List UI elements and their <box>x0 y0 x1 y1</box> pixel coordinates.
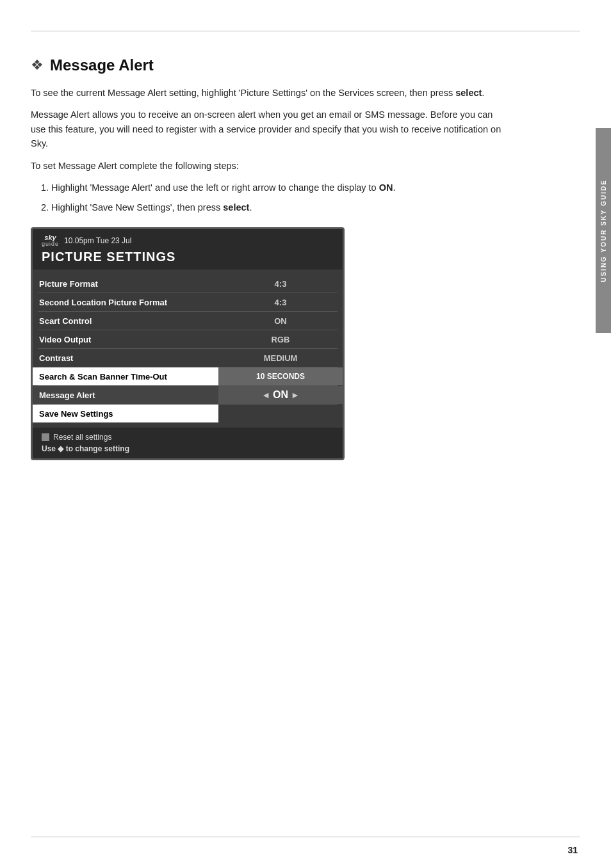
tv-time: 10.05pm Tue 23 Jul <box>64 236 131 245</box>
tv-row-value <box>218 405 343 422</box>
tv-header: sky guide 10.05pm Tue 23 Jul PICTURE SET… <box>33 229 343 269</box>
side-tab-label: USING YOUR SKY GUIDE <box>600 179 607 282</box>
tv-title-bar: PICTURE SETTINGS <box>42 248 334 267</box>
section-title: Message Alert <box>50 56 154 74</box>
sky-logo-bottom: guide <box>42 241 59 247</box>
arrow-left-icon: ◄ <box>261 390 270 400</box>
section-heading: ❖ Message Alert <box>31 56 573 74</box>
tv-row-label: Picture Format <box>33 275 218 293</box>
paragraph-2: Message Alert allows you to receive an o… <box>31 108 505 150</box>
arrow-right-icon: ► <box>291 390 300 400</box>
tv-row-label: Second Location Picture Format <box>33 293 218 311</box>
top-rule <box>31 31 580 31</box>
tv-row-scart-control: Scart Control ON <box>33 312 343 330</box>
tv-title-text: PICTURE SETTINGS <box>42 250 175 264</box>
tv-row-value: ◄ ON ► <box>218 386 343 404</box>
tv-screen: sky guide 10.05pm Tue 23 Jul PICTURE SET… <box>31 227 345 460</box>
tv-row-value: ON <box>218 312 343 330</box>
tv-row-label: Search & Scan Banner Time-Out <box>33 367 218 385</box>
main-content: ❖ Message Alert To see the current Messa… <box>31 44 573 460</box>
tv-row-value: RGB <box>218 330 343 348</box>
paragraph-1: To see the current Message Alert setting… <box>31 86 505 100</box>
tv-row-picture-format: Picture Format 4:3 <box>33 275 343 293</box>
step-1: Highlight 'Message Alert' and use the le… <box>51 181 500 195</box>
tv-row-value: 10 SECONDS <box>218 367 343 385</box>
tv-row-video-output: Video Output RGB <box>33 330 343 348</box>
paragraph-3: To set Message Alert complete the follow… <box>31 159 505 173</box>
bottom-rule <box>31 837 580 837</box>
tv-footer-reset: Reset all settings <box>42 433 334 442</box>
section-icon: ❖ <box>31 57 44 74</box>
tv-row-message-alert: Message Alert ◄ ON ► <box>33 386 343 404</box>
tv-row-label: Message Alert <box>33 386 218 404</box>
steps-list: Highlight 'Message Alert' and use the le… <box>51 181 573 214</box>
tv-row-label: Scart Control <box>33 312 218 330</box>
tv-menu: Picture Format 4:3 Second Location Pictu… <box>33 269 343 428</box>
tv-row-second-location: Second Location Picture Format 4:3 <box>33 293 343 311</box>
tv-row-label: Contrast <box>33 349 218 367</box>
tv-footer-nav: Use ◆ to change setting <box>42 444 334 453</box>
tv-header-top: sky guide 10.05pm Tue 23 Jul <box>42 234 334 247</box>
tv-row-contrast: Contrast MEDIUM <box>33 349 343 367</box>
reset-square-icon <box>42 433 49 441</box>
step-2: Highlight 'Save New Settings', then pres… <box>51 200 500 214</box>
tv-row-save-settings: Save New Settings <box>33 405 343 422</box>
message-alert-value: ON <box>273 389 288 401</box>
tv-footer: Reset all settings Use ◆ to change setti… <box>33 428 343 458</box>
tv-row-label: Save New Settings <box>33 405 218 422</box>
tv-row-value: 4:3 <box>218 275 343 293</box>
tv-row-value: MEDIUM <box>218 349 343 367</box>
tv-row-value: 4:3 <box>218 293 343 311</box>
page-number: 31 <box>567 845 578 855</box>
sky-logo: sky guide <box>42 234 59 247</box>
tv-row-search-scan: Search & Scan Banner Time-Out 10 SECONDS <box>33 367 343 385</box>
reset-text: Reset all settings <box>53 433 111 442</box>
side-tab: USING YOUR SKY GUIDE <box>596 128 611 333</box>
tv-row-label: Video Output <box>33 330 218 348</box>
